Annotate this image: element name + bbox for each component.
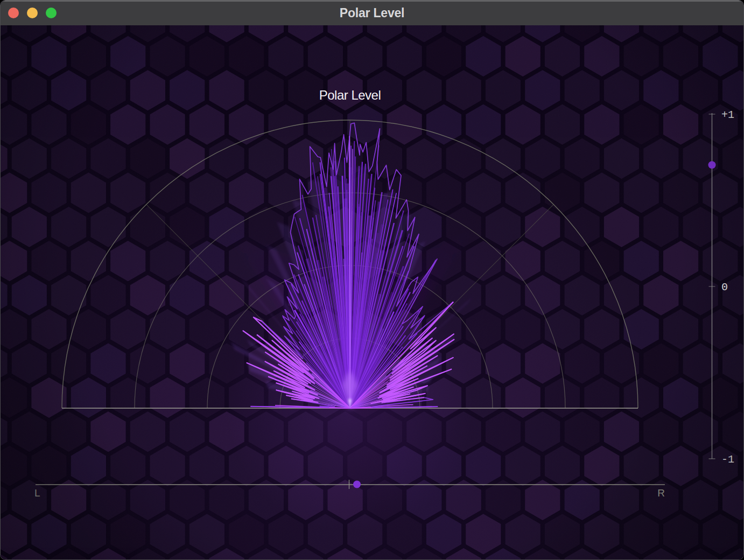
gain-slider-thumb[interactable] <box>708 161 716 169</box>
app-window: Polar Level +10-1LRPolar Level <box>0 0 744 560</box>
plugin-content: +10-1LRPolar Level <box>1 25 744 560</box>
gain-label-0: 0 <box>721 281 728 293</box>
gain-label-1: +1 <box>721 109 734 121</box>
polar-meter-scene: +10-1LRPolar Level <box>1 25 744 560</box>
pan-label-right: R <box>657 487 665 499</box>
titlebar[interactable]: Polar Level <box>1 1 743 25</box>
pan-label-left: L <box>34 487 40 499</box>
pan-slider-thumb[interactable] <box>353 481 361 488</box>
window-title: Polar Level <box>1 1 743 25</box>
page-title: Polar Level <box>319 88 381 102</box>
gain-label--1: -1 <box>721 453 734 466</box>
